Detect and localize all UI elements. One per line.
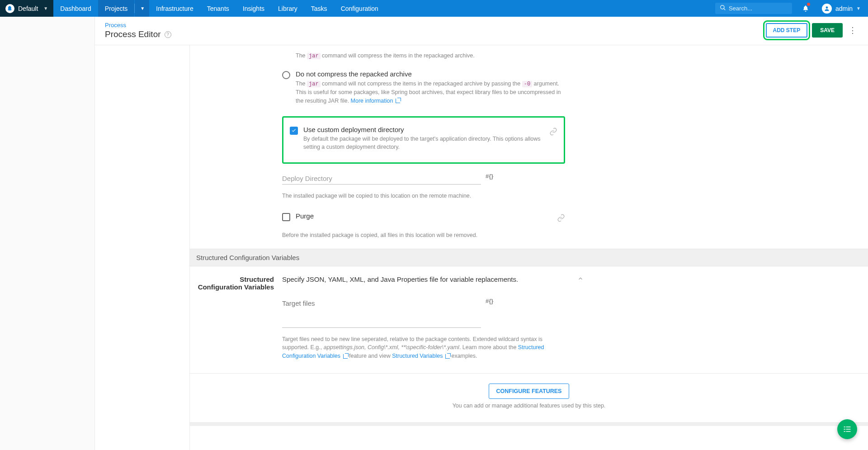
- variable-binding-icon[interactable]: #{}: [486, 297, 493, 304]
- configure-features-block: CONFIGURE FEATURES You can add or manage…: [190, 373, 868, 422]
- use-custom-dir-desc: By default the package will be deployed …: [303, 135, 549, 152]
- external-link-icon: [396, 99, 400, 103]
- notifications-button[interactable]: [797, 0, 815, 17]
- purge-title: Purge: [296, 212, 552, 220]
- project-sidebar: [0, 17, 95, 450]
- caret-down-icon: ▼: [856, 6, 861, 11]
- scv-label: Structured Configuration Variables: [196, 266, 282, 360]
- avatar-icon: [822, 4, 832, 14]
- caret-down-icon: ▼: [43, 6, 48, 11]
- nav-tasks[interactable]: Tasks: [304, 0, 334, 17]
- checkbox-use-custom-dir[interactable]: Use custom deployment directory By defau…: [290, 126, 549, 152]
- deploy-directory-row: #{}: [282, 172, 565, 185]
- target-files-input[interactable]: [282, 297, 481, 328]
- checkbox-icon[interactable]: [290, 127, 298, 135]
- link-icon[interactable]: [549, 126, 557, 152]
- nav-library[interactable]: Library: [271, 0, 304, 17]
- target-files-help: Target files need to be new line seperat…: [282, 335, 565, 360]
- external-link-icon: [445, 354, 450, 359]
- nav-dashboard[interactable]: Dashboard: [53, 0, 98, 17]
- external-link-icon: [343, 354, 348, 359]
- variable-binding-icon[interactable]: #{}: [486, 172, 493, 180]
- nav-insights[interactable]: Insights: [236, 0, 271, 17]
- space-switcher[interactable]: Default ▼: [0, 0, 53, 17]
- search-icon: [720, 5, 726, 12]
- configure-features-button[interactable]: CONFIGURE FEATURES: [489, 384, 570, 399]
- help-icon[interactable]: ?: [165, 31, 171, 38]
- global-search[interactable]: [715, 3, 792, 14]
- overflow-menu-icon[interactable]: ⋮: [847, 25, 858, 35]
- breadcrumb-process[interactable]: Process: [105, 22, 126, 28]
- svg-line-1: [724, 9, 726, 10]
- page-header: Process Process Editor ? ADD STEP SAVE ⋮: [95, 17, 868, 45]
- radio-icon[interactable]: [282, 71, 290, 79]
- more-information-link[interactable]: More information: [351, 98, 400, 104]
- target-files-row: #{}: [282, 297, 565, 328]
- help-fab[interactable]: [837, 419, 857, 439]
- nav-projects-caret[interactable]: ▼: [135, 0, 149, 17]
- caret-down-icon: ▼: [140, 6, 145, 11]
- radio-no-compress-desc: The jar command will not compress the it…: [296, 80, 565, 105]
- username: admin: [835, 5, 853, 12]
- step-form: The jar command will compress the items …: [190, 45, 868, 450]
- space-name: Default: [18, 5, 38, 12]
- collapse-chevron-icon[interactable]: [571, 266, 590, 360]
- user-menu[interactable]: admin ▼: [815, 0, 868, 17]
- link-icon[interactable]: [557, 212, 565, 224]
- notification-dot-icon: [807, 3, 810, 6]
- step-list-sidebar: [95, 45, 190, 450]
- save-button[interactable]: SAVE: [812, 23, 843, 38]
- checkbox-purge[interactable]: Purge: [282, 208, 565, 227]
- radio-no-compress-title: Do not compress the repacked archive: [296, 70, 565, 78]
- nav-projects[interactable]: Projects: [98, 0, 135, 17]
- search-input[interactable]: [729, 5, 788, 12]
- configure-features-sub: You can add or manage additional feature…: [190, 403, 868, 409]
- page-title: Process Editor ?: [105, 29, 766, 39]
- deploy-directory-help: The installed package will be copied to …: [282, 192, 565, 200]
- svg-point-0: [721, 5, 724, 9]
- svg-point-2: [826, 6, 828, 9]
- nav-items: Dashboard Projects ▼ Infrastructure Tena…: [53, 0, 385, 17]
- add-step-button[interactable]: ADD STEP: [766, 23, 808, 38]
- nav-configuration[interactable]: Configuration: [334, 0, 385, 17]
- nav-tenants[interactable]: Tenants: [200, 0, 236, 17]
- octopus-logo-icon: [5, 4, 14, 13]
- checkbox-icon[interactable]: [282, 213, 290, 221]
- radio-no-compress[interactable]: Do not compress the repacked archive The…: [282, 66, 565, 112]
- scv-intro: Specify JSON, YAML, XML, and Java Proper…: [282, 275, 565, 283]
- deploy-directory-input[interactable]: [282, 172, 481, 185]
- use-custom-dir-highlight: Use custom deployment directory By defau…: [282, 116, 565, 164]
- nav-infrastructure[interactable]: Infrastructure: [149, 0, 200, 17]
- compress-desc: The jar command will compress the items …: [296, 52, 475, 60]
- top-nav: Default ▼ Dashboard Projects ▼ Infrastru…: [0, 0, 868, 17]
- scv-link-2[interactable]: Structured Variables: [392, 353, 450, 359]
- use-custom-dir-title: Use custom deployment directory: [303, 126, 549, 133]
- section-structured-config-vars: Structured Configuration Variables: [190, 249, 868, 266]
- purge-help: Before the installed package is copied, …: [282, 231, 565, 240]
